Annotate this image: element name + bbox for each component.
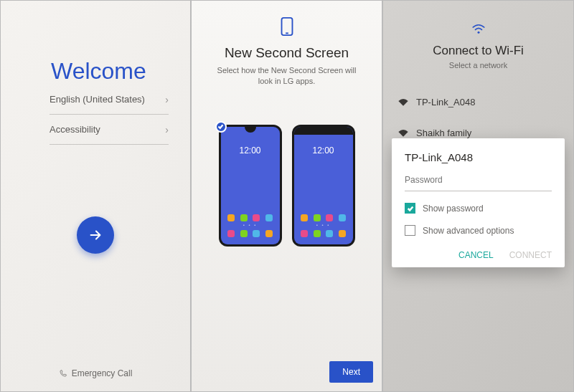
- wifi-subtitle: Select a network: [383, 61, 573, 70]
- app-icon: [240, 214, 248, 221]
- app-icon: [227, 214, 235, 221]
- welcome-title: Welcome: [51, 58, 190, 85]
- app-icon: [339, 214, 346, 221]
- password-input[interactable]: [405, 171, 552, 191]
- wifi-password-dialog: TP-Link_A048 Show password Show advanced…: [392, 138, 565, 267]
- second-screen-setup: New Second Screen Select how the New Sec…: [191, 0, 382, 392]
- app-icon: [227, 230, 235, 237]
- app-icon: [314, 230, 321, 237]
- bar-style-option[interactable]: 12:00 • • •: [292, 125, 355, 247]
- wifi-icon: [471, 24, 486, 35]
- wifi-signal-icon: [397, 98, 409, 107]
- app-icon: [301, 230, 308, 237]
- app-icon: [253, 214, 260, 221]
- app-icon: [314, 214, 321, 221]
- welcome-screen: Welcome English (United States) › Access…: [0, 0, 191, 392]
- dock-row-1b: [298, 214, 349, 221]
- svg-point-2: [477, 32, 479, 34]
- chevron-right-icon: ›: [165, 94, 169, 105]
- accessibility-label: Accessibility: [50, 124, 100, 135]
- show-password-row[interactable]: Show password: [405, 203, 552, 214]
- app-icon: [240, 230, 248, 237]
- dock-row-2b: [298, 230, 349, 237]
- app-icon: [265, 214, 273, 221]
- wifi-title: Connect to Wi-Fi: [383, 44, 573, 58]
- screen-style-options: 12:00 • • • 12:00 • • •: [192, 125, 382, 247]
- accessibility-row[interactable]: Accessibility ›: [50, 115, 169, 145]
- show-advanced-checkbox[interactable]: [405, 225, 415, 236]
- cancel-button[interactable]: CANCEL: [458, 250, 494, 260]
- bar-icon: [294, 127, 353, 135]
- dock-row-2: [225, 230, 276, 237]
- dialog-ssid: TP-Link_A048: [405, 151, 552, 163]
- language-label: English (United States): [50, 94, 145, 105]
- app-icon: [265, 230, 273, 237]
- show-advanced-row[interactable]: Show advanced options: [405, 225, 552, 236]
- notch-icon: [245, 127, 256, 133]
- app-icon: [253, 230, 260, 237]
- app-icon: [339, 230, 346, 237]
- emergency-call-link[interactable]: Emergency Call: [1, 368, 190, 378]
- show-password-checkbox[interactable]: [405, 203, 415, 214]
- connect-button[interactable]: CONNECT: [509, 250, 552, 260]
- continue-button[interactable]: [77, 216, 114, 254]
- wifi-signal-icon: [397, 129, 409, 138]
- second-screen-title: New Second Screen: [192, 45, 382, 61]
- app-icon: [326, 214, 333, 221]
- second-screen-subtitle: Select how the New Second Screen will lo…: [192, 65, 382, 87]
- arrow-right-icon: [88, 227, 103, 243]
- selected-check-icon: [215, 121, 227, 133]
- phone-outline-icon: [280, 16, 294, 39]
- phone-clock: 12:00: [294, 145, 353, 156]
- wifi-screen: Connect to Wi-Fi Select a network TP-Lin…: [382, 0, 574, 392]
- chevron-right-icon: ›: [165, 124, 169, 135]
- app-icon: [326, 230, 333, 237]
- app-icon: [301, 214, 308, 221]
- phone-icon: [59, 369, 67, 378]
- dock-row-1: [225, 214, 276, 221]
- network-item-0[interactable]: TP-Link_A048: [383, 87, 573, 118]
- notch-style-option[interactable]: 12:00 • • •: [219, 125, 282, 247]
- language-row[interactable]: English (United States) ›: [50, 85, 169, 115]
- next-button[interactable]: Next: [329, 361, 373, 383]
- phone-clock: 12:00: [221, 145, 280, 156]
